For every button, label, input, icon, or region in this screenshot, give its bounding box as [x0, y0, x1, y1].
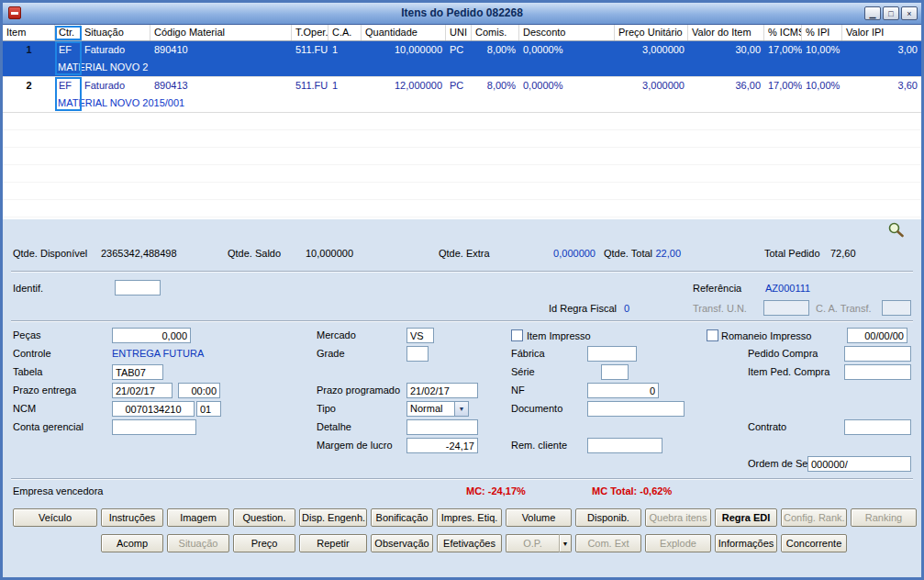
romaneio-impresso-checkbox[interactable]	[707, 329, 718, 341]
referencia-value: AZ000111	[765, 283, 810, 294]
informacoes-button[interactable]: Informações	[715, 534, 777, 552]
cell-comis: 8,00%	[472, 77, 519, 95]
config-rank-button[interactable]: Config. Rank.	[781, 508, 847, 527]
identif-label: Identif.	[13, 283, 43, 294]
col-header-valor-ipi: Valor IPI	[842, 25, 921, 40]
volume-button[interactable]: Volume	[506, 508, 572, 527]
conta-gerencial-label: Conta gerencial	[13, 421, 83, 432]
divider	[11, 320, 913, 322]
imagem-button[interactable]: Imagem	[167, 508, 229, 527]
ordem-servico-input[interactable]	[807, 456, 911, 472]
grade-label: Grade	[317, 348, 345, 359]
cell-comis: 8,00%	[472, 41, 519, 59]
col-header-uni: UNI	[446, 25, 472, 40]
col-header-desconto: Desconto	[519, 25, 615, 40]
cell-uni: PC	[446, 77, 472, 95]
item-impresso-checkbox[interactable]	[511, 329, 523, 341]
fabrica-input[interactable]	[587, 346, 637, 362]
id-regra-fiscal-value: 0	[624, 303, 629, 314]
quebra-itens-button[interactable]: Quebra itens	[645, 508, 711, 527]
veiculo-button[interactable]: Veículo	[13, 508, 97, 527]
prazo-programado-input[interactable]	[406, 383, 478, 398]
repetir-button[interactable]: Repetir	[299, 534, 367, 552]
grid-row-2[interactable]: 2 EF Faturado 890413 511.FU 1 12,000000 …	[3, 77, 921, 113]
qtde-saldo-value: 10,000000	[306, 248, 353, 259]
ranking-button[interactable]: Ranking	[851, 508, 917, 527]
close-button[interactable]: ×	[901, 6, 918, 20]
grade-input[interactable]	[406, 346, 429, 362]
tabela-label: Tabela	[13, 366, 42, 377]
item-ped-compra-label: Item Ped. Compra	[748, 366, 829, 377]
item-ped-compra-input[interactable]	[844, 364, 911, 380]
cell-item: 1	[3, 41, 55, 59]
pecas-input[interactable]	[112, 328, 191, 343]
op-button[interactable]: O.P.	[506, 534, 560, 552]
regra-edi-button[interactable]: Regra EDI	[715, 508, 777, 527]
identif-input[interactable]	[115, 280, 161, 296]
observacao-button[interactable]: Observação	[371, 534, 433, 552]
tabela-input[interactable]	[112, 364, 163, 380]
qtde-extra-label: Qtde. Extra	[439, 248, 490, 259]
controle-value: ENTREGA FUTURA	[112, 348, 204, 359]
mercado-input[interactable]	[406, 328, 434, 343]
qtde-extra-value: 0,000000	[515, 248, 596, 259]
conta-gerencial-input[interactable]	[112, 419, 196, 435]
acomp-button[interactable]: Acomp	[101, 534, 163, 552]
prazo-entrega-data-input[interactable]	[112, 383, 173, 398]
cell-quantidade: 10,000000	[362, 41, 446, 59]
tipo-label: Tipo	[317, 403, 336, 414]
col-header-ipi: % IPI	[802, 25, 842, 40]
nf-input[interactable]	[587, 383, 659, 398]
question-button[interactable]: Question.	[233, 508, 295, 527]
col-header-ca: C.A.	[328, 25, 362, 40]
ncm-ex-input[interactable]	[196, 401, 221, 417]
prazo-entrega-label: Prazo entrega	[13, 385, 76, 396]
grid-row-1[interactable]: 1 EF Faturado 890410 511.FU 1 10,000000 …	[3, 41, 921, 77]
grid-empty-area	[3, 113, 921, 219]
documento-input[interactable]	[587, 401, 685, 417]
combo-arrow-icon: ▼	[454, 402, 468, 416]
preco-button[interactable]: Preço	[233, 534, 295, 552]
disponib-button[interactable]: Disponib.	[575, 508, 641, 527]
prazo-entrega-hora-input[interactable]	[178, 383, 220, 398]
detalhe-input[interactable]	[406, 419, 478, 435]
serie-input[interactable]	[601, 364, 629, 380]
bonificacao-button[interactable]: Bonificação	[371, 508, 433, 527]
margem-lucro-input[interactable]	[406, 438, 478, 453]
zoom-button[interactable]	[885, 221, 906, 239]
cell-valor-ipi: 3,60	[842, 77, 921, 95]
cell-desconto: 0,0000%	[519, 77, 615, 95]
op-split-button: O.P. ▼	[506, 534, 572, 552]
instrucoes-button[interactable]: Instruções	[101, 508, 163, 527]
op-dropdown-arrow-icon[interactable]: ▼	[560, 534, 572, 552]
efetivacoes-button[interactable]: Efetivações	[437, 534, 502, 552]
col-header-codigo-material: Código Material	[150, 25, 292, 40]
qtde-disponivel-label: Qtde. Disponível	[13, 248, 87, 259]
cell-valor-do-item: 30,00	[688, 41, 764, 59]
concorrente-button[interactable]: Concorrente	[781, 534, 847, 552]
contrato-input[interactable]	[844, 419, 911, 435]
cell-situacao: Faturado	[81, 77, 150, 95]
cell-icms: 17,00%	[764, 77, 802, 95]
disp-engenh-button[interactable]: Disp. Engenh.	[299, 508, 367, 527]
explode-button[interactable]: Explode	[645, 534, 711, 552]
com-ext-button[interactable]: Com. Ext	[575, 534, 641, 552]
col-header-item: Item	[3, 25, 55, 40]
cell-icms: 17,00%	[764, 41, 802, 59]
col-header-quantidade: Quantidade	[362, 25, 446, 40]
pedido-compra-label: Pedido Compra	[748, 348, 818, 359]
order-details-panel: Qtde. Disponível 2365342,488498 Qtde. Sa…	[3, 219, 921, 577]
margem-lucro-label: Margem de lucro	[317, 440, 393, 451]
rem-cliente-input[interactable]	[587, 438, 662, 453]
romaneio-data-input[interactable]	[847, 328, 907, 343]
tipo-select[interactable]: Normal ▼	[406, 401, 469, 417]
mercado-label: Mercado	[317, 329, 356, 340]
cell-codigo-material: 890413	[150, 77, 292, 95]
impres-etiq-button[interactable]: Impres. Etiq.	[437, 508, 502, 527]
maximize-button[interactable]: □	[883, 6, 899, 20]
col-header-ctr: Ctr.	[55, 25, 81, 40]
ncm-input[interactable]	[112, 401, 195, 417]
minimize-button[interactable]: ▁	[864, 6, 881, 20]
pedido-compra-input[interactable]	[844, 346, 911, 362]
situacao-button[interactable]: Situação	[167, 534, 229, 552]
